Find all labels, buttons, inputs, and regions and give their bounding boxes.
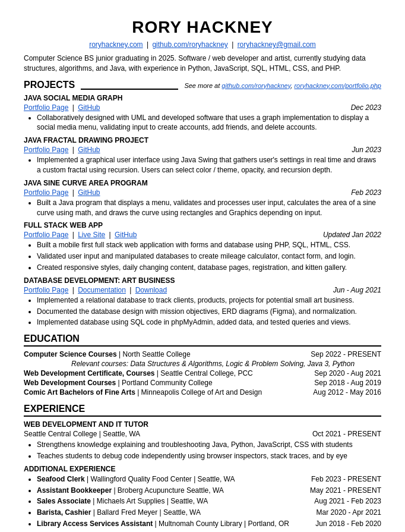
project-2-github-link[interactable]: GitHub: [78, 146, 100, 154]
project-4-github-link[interactable]: GitHub: [115, 231, 137, 239]
list-item: Teaches students to debug code independe…: [37, 451, 381, 461]
project-4-links-row: Portfolio Page | Live Site | GitHub Upda…: [24, 231, 381, 239]
list-item: Validated user input and manipulated dat…: [37, 251, 381, 262]
project-4-portfolio-link[interactable]: Portfolio Page: [24, 231, 68, 239]
email-link[interactable]: roryhackney@gmail.com: [238, 40, 316, 49]
project-5-bullets: Implemented a relational database to tra…: [24, 295, 381, 328]
github-portfolio-link[interactable]: github.com/roryhackney: [222, 82, 290, 89]
edu-4-degree: Comic Art Bachelors of Fine Arts: [24, 388, 135, 396]
list-item: Implemented a relational database to tra…: [37, 295, 381, 306]
project-2-title: JAVA FRACTAL DRAWING PROJECT: [24, 136, 381, 144]
project-1-title: JAVA SOCIAL MEDIA GRAPH: [24, 94, 381, 102]
add-exp-5-role: Library Access Services Assistant: [37, 520, 153, 528]
add-exp-2-org: Broberg Acupuncture: [118, 486, 185, 495]
project-2-bullets: Implemented a graphical user interface u…: [24, 155, 381, 175]
list-item: Sales Associate | Michaels Art Supplies …: [37, 496, 381, 506]
github-link[interactable]: github.com/roryhackney: [152, 40, 227, 49]
exp-main-sub: Seattle Central College | Seattle, WA Oc…: [24, 430, 381, 438]
project-4-date: Updated Jan 2022: [323, 231, 381, 239]
exp-main-org: Seattle Central College: [24, 430, 97, 438]
list-item: Strengthens knowledge explaining and tro…: [37, 440, 381, 450]
project-5-date: Jun - Aug 2021: [333, 286, 381, 294]
edu-4-school: Minneapolis College of Art and Design: [141, 388, 262, 396]
list-item: Built a Java program that displays a men…: [37, 198, 381, 218]
add-exp-5-location: Portland, OR: [248, 520, 289, 528]
add-exp-3-date: Aug 2021 - Feb 2023: [314, 496, 381, 506]
project-1-portfolio-link[interactable]: Portfolio Page: [24, 103, 68, 112]
website-link[interactable]: roryhackney.com: [89, 40, 143, 49]
education-section-header: EDUCATION: [24, 333, 381, 347]
add-exp-4-org: Ballard Fred Meyer: [97, 508, 157, 517]
project-3-title: JAVA SINE CURVE AREA PROGRAM: [24, 179, 381, 187]
list-item: Built a mobile first full stack web appl…: [37, 240, 381, 250]
portfolio-link[interactable]: roryhackney.com/portfolio.php: [294, 82, 381, 89]
list-item: Documented the database design with miss…: [37, 307, 381, 317]
project-3-date: Feb 2023: [351, 188, 381, 197]
edu-3-degree: Web Development Courses: [24, 379, 116, 387]
add-exp-4-role: Barista, Cashier: [37, 508, 91, 517]
add-exp-2-date: May 2021 - PRESENT: [310, 486, 381, 496]
exp-main-bullets: Strengthens knowledge explaining and tro…: [24, 440, 381, 461]
project-5-links-row: Portfolio Page | Documentation | Downloa…: [24, 286, 381, 294]
project-5-portfolio-link[interactable]: Portfolio Page: [24, 286, 68, 294]
list-item: Implemented database using SQL code in p…: [37, 317, 381, 328]
project-2-portfolio-link[interactable]: Portfolio Page: [24, 146, 68, 154]
summary-text: Computer Science BS junior graduating in…: [24, 53, 381, 74]
add-exp-3-location: Seattle, WA: [170, 497, 208, 505]
list-item: Created responsive styles, daily changin…: [37, 263, 381, 273]
project-2-date: Jun 2023: [352, 146, 381, 154]
project-3-links-row: Portfolio Page | GitHub Feb 2023: [24, 188, 381, 197]
edu-3-school: Portland Community College: [122, 379, 213, 387]
edu-row-3: Web Development Courses | Portland Commu…: [24, 379, 381, 387]
project-1-bullets: Collaboratively designed with UML and de…: [24, 113, 381, 133]
add-exp-2-role: Assistant Bookkeeper: [37, 486, 112, 495]
edu-2-school: Seattle Central College, PCC: [160, 369, 252, 377]
project-1-github-link[interactable]: GitHub: [78, 103, 100, 112]
add-exp-1-org: Wallingford Quality Food Center: [91, 475, 192, 483]
contact-line: roryhackney.com | github.com/roryhackney…: [24, 40, 381, 49]
edu-1-school: North Seattle College: [123, 350, 191, 358]
project-4-live-link[interactable]: Live Site: [78, 231, 105, 239]
list-item: Implemented a graphical user interface u…: [37, 155, 381, 175]
edu-row-4: Comic Art Bachelors of Fine Arts | Minne…: [24, 388, 381, 396]
add-exp-5-date: Jun 2018 - Feb 2020: [315, 519, 381, 529]
resume-name: RORY HACKNEY: [24, 18, 381, 37]
list-item: Barista, Cashier | Ballard Fred Meyer | …: [37, 508, 381, 518]
add-exp-1-location: Seattle, WA: [198, 475, 235, 483]
add-exp-1-date: Feb 2023 - PRESENT: [311, 474, 381, 484]
list-item: Library Access Services Assistant | Mult…: [37, 519, 381, 529]
exp-main-title: WEB DEVELOPMENT AND IT TUTOR: [24, 420, 381, 429]
additional-exp-list: Seafood Clerk | Wallingford Quality Food…: [24, 474, 381, 529]
exp-main-date: Oct 2021 - PRESENT: [312, 430, 381, 438]
project-2-links-row: Portfolio Page | GitHub Jun 2023: [24, 146, 381, 154]
exp-main-location: Seattle, WA: [103, 430, 140, 438]
edu-2-degree: Web Development Certificate, Courses: [24, 369, 155, 377]
add-exp-1-role: Seafood Clerk: [37, 475, 85, 483]
list-item: Collaboratively designed with UML and de…: [37, 113, 381, 133]
edu-2-date: Sep 2020 - Aug 2021: [314, 369, 381, 377]
edu-1-degree: Computer Science Courses: [24, 350, 117, 358]
project-3-bullets: Built a Java program that displays a men…: [24, 198, 381, 218]
project-5-title: DATABASE DEVELOPMENT: ART BUSINESS: [24, 276, 381, 285]
project-1-date: Dec 2023: [351, 103, 381, 112]
edu-3-date: Sep 2018 - Aug 2019: [314, 379, 381, 387]
edu-4-date: Aug 2012 - May 2016: [313, 388, 381, 396]
add-exp-2-location: Seattle, WA: [186, 486, 224, 495]
project-4-title: FULL STACK WEB APP: [24, 221, 381, 229]
project-1-links-row: Portfolio Page | GitHub Dec 2023: [24, 103, 381, 112]
project-5-doc-link[interactable]: Documentation: [78, 286, 126, 294]
project-4-bullets: Built a mobile first full stack web appl…: [24, 240, 381, 272]
project-3-github-link[interactable]: GitHub: [78, 188, 100, 197]
project-5-download-link[interactable]: Download: [135, 286, 167, 294]
edu-row-1: Computer Science Courses | North Seattle…: [24, 350, 381, 358]
list-item: Seafood Clerk | Wallingford Quality Food…: [37, 474, 381, 484]
add-exp-4-location: Seattle, WA: [163, 508, 201, 517]
projects-section-header: PROJECTS: [24, 80, 75, 92]
experience-section-header: EXPERIENCE: [24, 404, 381, 417]
project-3-portfolio-link[interactable]: Portfolio Page: [24, 188, 68, 197]
additional-exp-label: ADDITIONAL EXPERIENCE: [24, 465, 381, 473]
edu-1-date: Sep 2022 - PRESENT: [311, 350, 381, 358]
add-exp-3-org: Michaels Art Supplies: [97, 497, 165, 505]
projects-see-more: See more at github.com/roryhackney, rory…: [184, 82, 381, 89]
add-exp-4-date: Mar 2020 - Apr 2021: [317, 508, 381, 518]
